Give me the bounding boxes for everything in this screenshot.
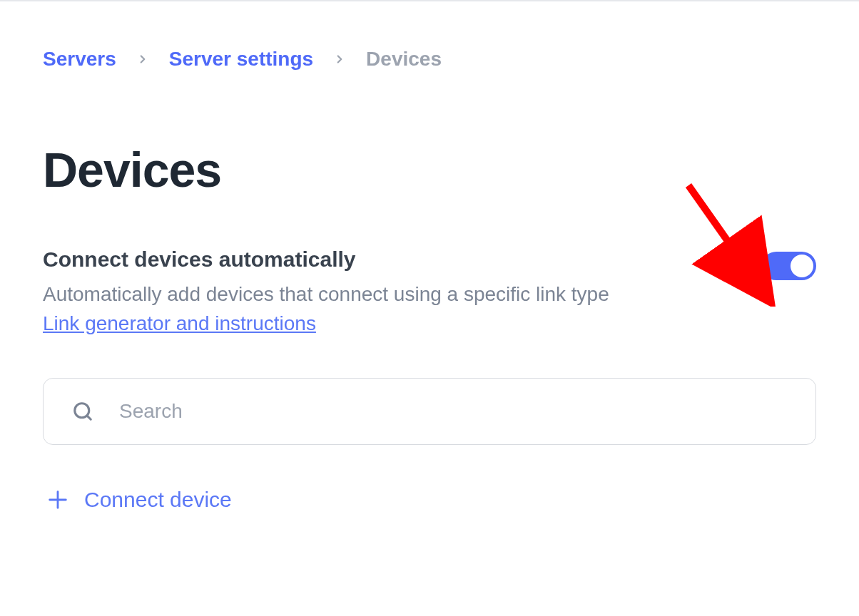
search-box[interactable]	[43, 378, 816, 445]
connect-device-label: Connect device	[84, 488, 232, 512]
link-generator-link[interactable]: Link generator and instructions	[43, 312, 316, 334]
setting-description: Automatically add devices that connect u…	[43, 280, 762, 309]
search-icon	[72, 401, 93, 422]
page-title: Devices	[43, 142, 816, 197]
auto-connect-toggle[interactable]	[762, 252, 816, 280]
chevron-right-icon	[136, 53, 149, 66]
plus-icon	[46, 488, 70, 512]
search-input[interactable]	[119, 400, 787, 423]
connect-device-button[interactable]: Connect device	[43, 488, 816, 512]
setting-connect-automatically: Connect devices automatically Automatica…	[43, 247, 816, 335]
breadcrumb-server-settings[interactable]: Server settings	[169, 48, 313, 71]
breadcrumb-servers[interactable]: Servers	[43, 48, 116, 71]
chevron-right-icon	[333, 53, 346, 66]
breadcrumb-devices: Devices	[366, 48, 442, 71]
toggle-knob	[791, 255, 813, 277]
setting-title: Connect devices automatically	[43, 247, 762, 272]
svg-line-1	[87, 415, 91, 419]
breadcrumb: Servers Server settings Devices	[43, 48, 816, 71]
